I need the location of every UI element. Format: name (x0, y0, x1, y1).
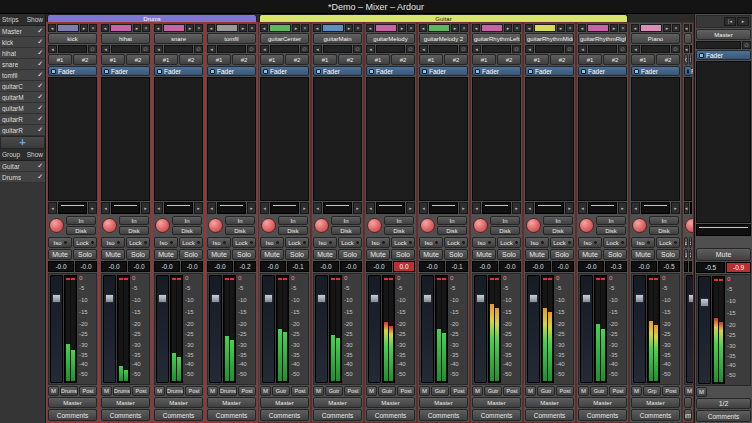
monitor-icon[interactable]: ◂ (313, 24, 321, 32)
level-meter[interactable] (170, 275, 183, 383)
trim-knob[interactable]: ◂ (260, 45, 269, 53)
pan-right-button[interactable]: ▸ (406, 202, 415, 214)
meter-point-button[interactable]: Post (79, 386, 97, 396)
record-arm-button[interactable] (208, 218, 223, 233)
input-1-button[interactable]: #1 (578, 54, 602, 65)
master-phase-invert-button[interactable]: ∅ (742, 41, 751, 49)
monitor-disk-button[interactable]: Disk (543, 226, 573, 235)
record-arm-button[interactable] (420, 218, 435, 233)
gain-display[interactable]: -0.0 (419, 261, 445, 272)
level-meter[interactable] (64, 275, 77, 383)
pan-right-button[interactable]: ▸ (194, 202, 203, 214)
monitor-input-button[interactable]: In (172, 216, 202, 225)
processor-active-led[interactable] (634, 69, 639, 74)
monitor-input-button[interactable]: In (119, 216, 149, 225)
fader-slider[interactable] (421, 275, 434, 383)
trim-knob[interactable]: ◂ (578, 45, 587, 53)
panner[interactable] (58, 202, 87, 214)
fader-handle[interactable] (700, 298, 709, 307)
solo-button[interactable]: Solo (338, 249, 362, 260)
level-meter[interactable] (488, 275, 501, 383)
strip-list-item[interactable]: guitarM✓ (0, 103, 45, 114)
meter-point-button[interactable]: Post (397, 386, 415, 396)
fader-handle[interactable] (423, 294, 432, 303)
processor-fader[interactable]: Fader (366, 66, 415, 76)
close-icon[interactable]: × (460, 24, 468, 32)
fader-slider[interactable] (527, 275, 540, 383)
solo-lock-button[interactable]: Lock (285, 237, 309, 248)
monitor-disk-button[interactable]: Disk (66, 226, 96, 235)
strip-list-item[interactable]: guitarC✓ (0, 81, 45, 92)
pan-right-button[interactable]: ▸ (247, 202, 256, 214)
pan-right-button[interactable]: ▸ (353, 202, 362, 214)
input-2-button[interactable]: #2 (285, 54, 309, 65)
mute-button[interactable]: Mute (154, 249, 178, 260)
strip-list-item[interactable]: Master✓ (0, 26, 45, 37)
processor-fader[interactable]: Fader (419, 66, 468, 76)
pan-left-button[interactable]: ◂ (472, 202, 481, 214)
strip-name-button[interactable]: kick (48, 33, 97, 44)
pan-right-button[interactable]: ▸ (565, 202, 574, 214)
metering-button[interactable]: M (631, 386, 642, 396)
input-1-button[interactable]: #1 (631, 54, 655, 65)
processor-active-led[interactable] (581, 69, 586, 74)
close-icon[interactable]: × (142, 24, 150, 32)
solo-lock-button[interactable]: Lock (179, 237, 203, 248)
monitor-input-button[interactable]: In (649, 216, 679, 225)
meter-point-button[interactable]: Post (344, 386, 362, 396)
level-meter[interactable] (435, 275, 448, 383)
solo-isolate-button[interactable]: Iso (313, 237, 337, 248)
input-2-button[interactable]: #2 (656, 54, 680, 65)
group-button[interactable]: Drums (219, 386, 237, 396)
processor-box[interactable] (366, 77, 415, 201)
comments-button[interactable]: Comments (154, 409, 203, 421)
comments-button[interactable]: Comments (260, 409, 309, 421)
panner[interactable] (641, 202, 670, 214)
strip-list-item[interactable]: guitarR✓ (0, 114, 45, 125)
meter-point-button[interactable]: Post (662, 386, 680, 396)
processor-fader[interactable]: Fader (313, 66, 362, 76)
monitor-disk-button[interactable]: Disk (172, 226, 202, 235)
group-button[interactable]: Gutr (272, 386, 290, 396)
master-output-button[interactable]: 1/2 (696, 398, 751, 409)
solo-isolate-button[interactable]: Iso (207, 237, 231, 248)
solo-button[interactable]: Solo (444, 249, 468, 260)
group-list-item[interactable]: Drums✓ (0, 172, 45, 183)
solo-lock-button[interactable]: Lock (497, 237, 521, 248)
metering-button[interactable]: M (207, 386, 218, 396)
solo-button[interactable]: Solo (391, 249, 415, 260)
solo-button[interactable]: Solo (73, 249, 97, 260)
pan-left-button[interactable]: ◂ (419, 202, 428, 214)
metering-button[interactable]: M (684, 386, 694, 396)
record-arm-button[interactable] (367, 218, 382, 233)
meter-point-button[interactable]: Post (291, 386, 309, 396)
processor-box[interactable] (313, 77, 362, 201)
strip-name-button[interactable] (684, 33, 692, 44)
phase-invert-button[interactable]: ∅ (459, 45, 468, 53)
comments-button[interactable]: Comments (419, 409, 468, 421)
monitor-icon[interactable]: ◂ (154, 24, 162, 32)
group-button[interactable]: Gutr (431, 386, 449, 396)
monitor-input-button[interactable]: In (278, 216, 308, 225)
output-button[interactable] (684, 397, 692, 408)
peak-display[interactable]: -0.0 (340, 261, 362, 272)
processor-fader[interactable]: Fader (154, 66, 203, 76)
input-2-button[interactable]: #2 (603, 54, 627, 65)
processor-active-led[interactable] (422, 69, 427, 74)
input-2-button[interactable]: #2 (550, 54, 574, 65)
pan-left-button[interactable]: ◂ (684, 202, 689, 214)
mute-button[interactable]: Mute (366, 249, 390, 260)
panner[interactable] (690, 202, 692, 214)
pan-left-button[interactable]: ◂ (260, 202, 269, 214)
gain-display[interactable]: -0.0 (631, 261, 657, 272)
monitor-icon[interactable]: ◂ (684, 24, 689, 32)
master-comments-button[interactable]: Comments (696, 410, 751, 422)
gain-display[interactable] (684, 261, 688, 272)
metering-button[interactable]: M (260, 386, 271, 396)
monitor-input-button[interactable]: In (66, 216, 96, 225)
comments-button[interactable]: Comments (101, 409, 150, 421)
phase-invert-button[interactable]: ∅ (406, 45, 415, 53)
mute-button[interactable]: Mute (419, 249, 443, 260)
processor-box[interactable] (419, 77, 468, 201)
record-arm-button[interactable] (49, 218, 64, 233)
